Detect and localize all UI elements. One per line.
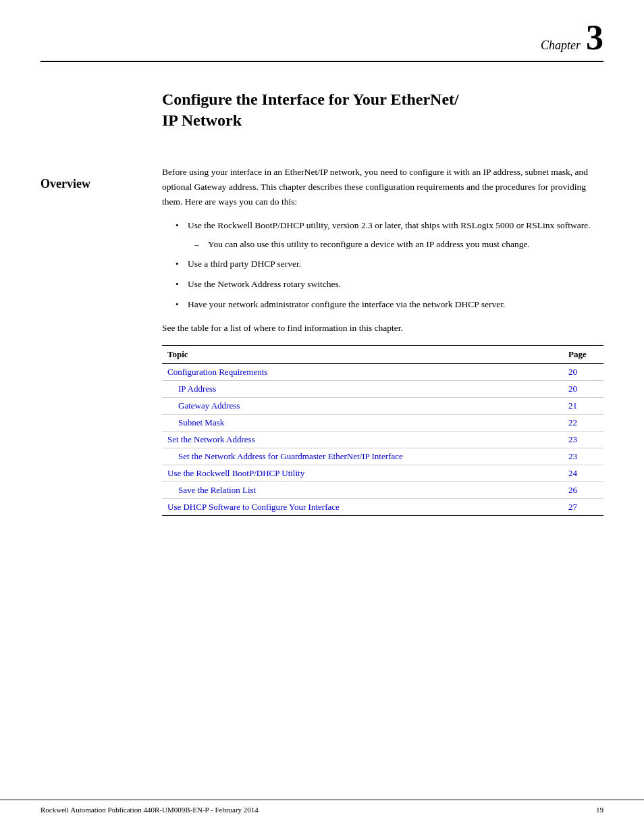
chapter-label: Chapter — [541, 38, 581, 53]
table-row: Use DHCP Software to Configure Your Inte… — [162, 498, 603, 515]
footer-publication: Rockwell Automation Publication 440R-UM0… — [41, 806, 259, 814]
topic-cell[interactable]: Set the Network Address — [162, 431, 563, 448]
page-link[interactable]: 20 — [568, 367, 577, 377]
topic-cell[interactable]: Set the Network Address for Guardmaster … — [162, 448, 563, 465]
page-link[interactable]: 21 — [568, 400, 577, 411]
table-row: Subnet Mask22 — [162, 414, 603, 431]
table-row: Use the Rockwell BootP/DHCP Utility24 — [162, 465, 603, 481]
topic-link[interactable]: Gateway Address — [178, 400, 240, 411]
page: Chapter 3 Overview Configure the Interfa… — [0, 0, 644, 834]
page-link[interactable]: 22 — [568, 417, 577, 427]
page-cell[interactable]: 24 — [563, 465, 603, 481]
topic-link[interactable]: Save the Relation List — [178, 485, 256, 495]
topic-cell[interactable]: IP Address — [162, 380, 563, 397]
page-cell[interactable]: 20 — [563, 380, 603, 397]
overview-bullets: Use the Rockwell BootP/DHCP utility, ver… — [176, 218, 603, 311]
page-link[interactable]: 23 — [568, 451, 577, 461]
overview-intro: Before using your interface in an EtherN… — [162, 165, 603, 209]
bullet-text: Have your network administrator configur… — [188, 299, 505, 309]
table-row: Set the Network Address for Guardmaster … — [162, 448, 603, 465]
page-cell[interactable]: 21 — [563, 397, 603, 414]
table-header-row: Topic Page — [162, 345, 603, 363]
topic-link[interactable]: IP Address — [178, 384, 216, 394]
list-item: Use the Network Address rotary switches. — [176, 277, 603, 292]
footer-page-number: 19 — [596, 806, 603, 814]
bullet-text: Use a third party DHCP server. — [188, 259, 301, 269]
sub-bullets: You can also use this utility to reconfi… — [194, 237, 603, 252]
topic-link[interactable]: Set the Network Address — [167, 434, 255, 444]
topic-header: Topic — [162, 345, 563, 363]
topic-cell[interactable]: Subnet Mask — [162, 414, 563, 431]
topic-cell[interactable]: Gateway Address — [162, 397, 563, 414]
page-cell[interactable]: 27 — [563, 498, 603, 515]
page-footer: Rockwell Automation Publication 440R-UM0… — [0, 800, 644, 814]
topic-link[interactable]: Use the Rockwell BootP/DHCP Utility — [167, 468, 304, 478]
chapter-title-block: Chapter 3 — [41, 20, 603, 55]
topic-cell[interactable]: Use DHCP Software to Configure Your Inte… — [162, 498, 563, 515]
table-row: Save the Relation List26 — [162, 481, 603, 498]
list-item: Use the Rockwell BootP/DHCP utility, ver… — [176, 218, 603, 251]
page-cell[interactable]: 20 — [563, 363, 603, 380]
topic-table: Topic Page Configuration Requirements20I… — [162, 345, 603, 516]
chapter-number: 3 — [586, 20, 603, 55]
table-row: IP Address20 — [162, 380, 603, 397]
list-item: You can also use this utility to reconfi… — [194, 237, 603, 252]
page-link[interactable]: 27 — [568, 502, 577, 512]
table-row: Gateway Address21 — [162, 397, 603, 414]
page-cell[interactable]: 23 — [563, 448, 603, 465]
topic-link[interactable]: Configuration Requirements — [167, 367, 267, 377]
topic-cell[interactable]: Configuration Requirements — [162, 363, 563, 380]
content-area: Overview Configure the Interface for You… — [0, 62, 644, 556]
topic-link[interactable]: Set the Network Address for Guardmaster … — [178, 451, 403, 461]
left-sidebar: Overview — [41, 89, 149, 516]
page-link[interactable]: 24 — [568, 468, 577, 478]
sub-bullet-text: You can also use this utility to reconfi… — [208, 239, 530, 249]
topic-cell[interactable]: Save the Relation List — [162, 481, 563, 498]
list-item: Have your network administrator configur… — [176, 297, 603, 312]
section-title: Configure the Interface for Your EtherNe… — [162, 89, 603, 131]
page-cell[interactable]: 22 — [563, 414, 603, 431]
overview-heading: Overview — [41, 177, 149, 192]
main-content: Configure the Interface for Your EtherNe… — [149, 89, 603, 516]
page-header: Page — [563, 345, 603, 363]
list-item: Use a third party DHCP server. — [176, 257, 603, 271]
page-cell[interactable]: 26 — [563, 481, 603, 498]
bullet-text: Use the Network Address rotary switches. — [188, 279, 341, 289]
topic-link[interactable]: Subnet Mask — [178, 417, 224, 427]
table-row: Set the Network Address23 — [162, 431, 603, 448]
chapter-header: Chapter 3 — [0, 0, 644, 55]
page-cell[interactable]: 23 — [563, 431, 603, 448]
topic-cell[interactable]: Use the Rockwell BootP/DHCP Utility — [162, 465, 563, 481]
topic-link[interactable]: Use DHCP Software to Configure Your Inte… — [167, 502, 340, 512]
page-link[interactable]: 26 — [568, 485, 577, 495]
bullet-text: Use the Rockwell BootP/DHCP utility, ver… — [188, 220, 591, 230]
page-link[interactable]: 23 — [568, 434, 577, 444]
table-row: Configuration Requirements20 — [162, 363, 603, 380]
see-table-text: See the table for a list of where to fin… — [162, 321, 603, 336]
page-link[interactable]: 20 — [568, 384, 577, 394]
